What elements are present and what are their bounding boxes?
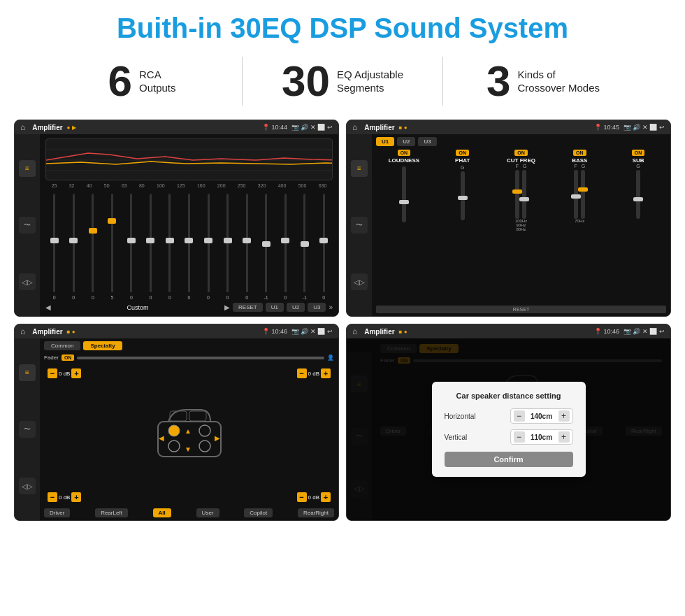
channel-sub: ON SUB G bbox=[610, 150, 666, 301]
screen2-time: 📍 10:45 bbox=[594, 124, 619, 131]
u2-preset-btn[interactable]: U2 bbox=[397, 137, 415, 146]
eq-slider-9[interactable]: 0 bbox=[219, 191, 237, 300]
distance-dialog: Car speaker distance setting Horizontal … bbox=[432, 382, 586, 477]
sidebar-eq-icon[interactable]: ≡ bbox=[19, 160, 36, 177]
topbar-screen2: ⌂ Amplifier ■ ● 📍 10:45 📷 🔊 ✕ ⬜ ↩ bbox=[347, 120, 670, 134]
vertical-plus-btn[interactable]: + bbox=[558, 431, 570, 443]
sub-on-badge: ON bbox=[632, 150, 645, 156]
sidebar-eq-icon-2[interactable]: ≡ bbox=[351, 160, 368, 177]
vol-bottom-right: − 0 dB + bbox=[297, 492, 331, 502]
person-icon: 👤 bbox=[327, 354, 334, 361]
screen-eq-sliders: ⌂ Amplifier ● ▶ 📍 10:44 📷 🔊 ✕ ⬜ ↩ ≡ 〜 ◁▷ bbox=[14, 120, 339, 317]
channel-cutfreq: ON CUT FREQ FG 100Hz90Hz80Hz bbox=[493, 150, 549, 301]
vol-plus-br[interactable]: + bbox=[321, 492, 331, 502]
vertical-input[interactable]: − 110cm + bbox=[510, 429, 573, 445]
svg-text:▲: ▲ bbox=[185, 427, 192, 435]
eq-sliders[interactable]: 0 0 0 5 0 bbox=[45, 191, 333, 300]
eq-curve-svg bbox=[46, 139, 332, 180]
speaker-tabs: Common Specialty bbox=[44, 341, 334, 350]
screen3-time: 📍 10:46 bbox=[262, 328, 287, 335]
eq-slider-6[interactable]: 0 bbox=[161, 191, 179, 300]
sidebar-wave-icon-2[interactable]: 〜 bbox=[351, 217, 368, 234]
vol-top-left: − 0 dB + bbox=[48, 368, 81, 378]
eq-slider-12[interactable]: 0 bbox=[276, 191, 294, 300]
screen4-body: ≡ 〜 ◁▷ Common Specialty Fader ON bbox=[347, 338, 670, 520]
vol-plus-tl[interactable]: + bbox=[71, 368, 81, 378]
sidebar-vol-icon-3[interactable]: ◁▷ bbox=[19, 478, 36, 494]
u1-preset-btn[interactable]: U1 bbox=[376, 137, 394, 146]
sidebar-eq-icon-3[interactable]: ≡ bbox=[19, 364, 36, 381]
vol-plus-tr[interactable]: + bbox=[321, 368, 331, 378]
vol-minus-bl[interactable]: − bbox=[48, 492, 57, 502]
tab-common[interactable]: Common bbox=[44, 341, 80, 350]
page-title: Buith-in 30EQ DSP Sound System bbox=[0, 0, 685, 51]
horizontal-plus-btn[interactable]: + bbox=[558, 410, 570, 422]
reset-button[interactable]: RESET bbox=[233, 303, 263, 312]
home-icon-4[interactable]: ⌂ bbox=[352, 327, 357, 336]
phat-label: PHAT bbox=[455, 157, 470, 164]
eq-panel: 253240506380100125160200250320400500630 … bbox=[40, 134, 338, 316]
home-icon[interactable]: ⌂ bbox=[20, 122, 25, 132]
vol-minus-tr[interactable]: − bbox=[297, 368, 307, 378]
car-svg: ▲ ▼ ◀ ▶ bbox=[147, 404, 231, 467]
eq-slider-4[interactable]: 0 bbox=[122, 191, 140, 300]
vol-minus-tl[interactable]: − bbox=[48, 368, 57, 378]
screen-speaker: ⌂ Amplifier ■ ● 📍 10:46 📷 🔊 ✕ ⬜ ↩ ≡ 〜 ◁▷… bbox=[14, 324, 339, 521]
eq-slider-1[interactable]: 0 bbox=[65, 191, 83, 300]
eq-next-arrow[interactable]: ▶ bbox=[224, 303, 230, 311]
screen4-icons: 📷 🔊 ✕ ⬜ ↩ bbox=[623, 328, 665, 335]
u3-button[interactable]: U3 bbox=[308, 303, 326, 312]
eq-slider-11[interactable]: -1 bbox=[257, 191, 275, 300]
screen3-title: Amplifier bbox=[32, 328, 62, 336]
screen1-icons: 📷 🔊 ✕ ⬜ ↩ bbox=[291, 124, 333, 131]
driver-btn[interactable]: Driver bbox=[44, 508, 70, 517]
eq-slider-7[interactable]: 0 bbox=[180, 191, 199, 300]
channel-bass: ON BASS FG 70Hz bbox=[551, 150, 607, 301]
rearleft-btn[interactable]: RearLeft bbox=[95, 508, 128, 517]
vol-minus-br[interactable]: − bbox=[297, 492, 307, 502]
horizontal-input[interactable]: − 140cm + bbox=[510, 408, 573, 424]
svg-rect-5 bbox=[189, 411, 206, 421]
sidebar-wave-icon-3[interactable]: 〜 bbox=[19, 421, 36, 438]
eq-slider-8[interactable]: 0 bbox=[199, 191, 217, 300]
tab-specialty[interactable]: Specialty bbox=[83, 341, 122, 350]
horizontal-minus-btn[interactable]: − bbox=[514, 410, 525, 422]
home-icon-3[interactable]: ⌂ bbox=[20, 327, 25, 336]
eq-slider-0[interactable]: 0 bbox=[45, 191, 64, 300]
screen1-title: Amplifier bbox=[32, 124, 62, 131]
user-btn[interactable]: User bbox=[196, 508, 219, 517]
eq-slider-14[interactable]: 0 bbox=[315, 191, 333, 300]
dialog-title: Car speaker distance setting bbox=[445, 392, 573, 400]
sidebar-vol-icon-2[interactable]: ◁▷ bbox=[351, 273, 368, 290]
home-icon-2[interactable]: ⌂ bbox=[352, 122, 357, 132]
crossover-reset-btn[interactable]: RESET bbox=[376, 306, 666, 313]
speaker-panel: Common Specialty Fader ON 👤 − 0 dB + bbox=[40, 338, 338, 520]
topbar-screen1: ⌂ Amplifier ● ▶ 📍 10:44 📷 🔊 ✕ ⬜ ↩ bbox=[15, 120, 338, 134]
eq-prev-arrow[interactable]: ◀ bbox=[45, 303, 51, 311]
stat-crossover: 3 Kinds of Crossover Modes bbox=[443, 59, 643, 103]
screen2-title: Amplifier bbox=[364, 124, 394, 131]
svg-point-8 bbox=[168, 440, 180, 452]
all-btn[interactable]: All bbox=[153, 508, 171, 517]
more-icon[interactable]: » bbox=[329, 303, 333, 311]
u3-preset-btn[interactable]: U3 bbox=[418, 137, 436, 146]
sidebar-vol-icon[interactable]: ◁▷ bbox=[19, 273, 36, 290]
eq-slider-3[interactable]: 5 bbox=[103, 191, 122, 300]
copilot-btn[interactable]: Copilot bbox=[244, 508, 273, 517]
eq-slider-5[interactable]: 0 bbox=[142, 191, 160, 300]
horizontal-label: Horizontal bbox=[445, 413, 486, 420]
eq-slider-13[interactable]: -1 bbox=[296, 191, 314, 300]
fader-slider[interactable] bbox=[77, 357, 324, 359]
confirm-button[interactable]: Confirm bbox=[445, 452, 573, 467]
u1-button[interactable]: U1 bbox=[266, 303, 284, 312]
eq-slider-10[interactable]: 0 bbox=[238, 191, 256, 300]
u2-button[interactable]: U2 bbox=[287, 303, 305, 312]
eq-slider-2[interactable]: 0 bbox=[84, 191, 102, 300]
vol-plus-bl[interactable]: + bbox=[71, 492, 81, 502]
topbar-screen4: ⌂ Amplifier ■ ● 📍 10:46 📷 🔊 ✕ ⬜ ↩ bbox=[347, 324, 670, 338]
rearright-btn[interactable]: RearRight bbox=[298, 508, 334, 517]
svg-rect-4 bbox=[170, 411, 187, 421]
cutfreq-label: CUT FREQ bbox=[507, 157, 535, 164]
sidebar-wave-icon[interactable]: 〜 bbox=[19, 217, 36, 234]
vertical-minus-btn[interactable]: − bbox=[514, 431, 525, 443]
